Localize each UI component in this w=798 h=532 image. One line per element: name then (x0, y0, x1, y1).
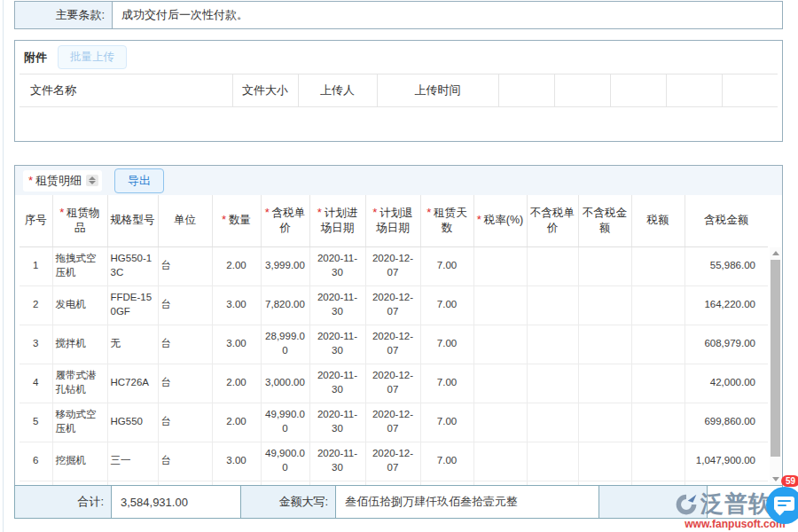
cell: 2.00 (212, 246, 261, 286)
cell: 2020-11-30 (309, 364, 365, 403)
cell: 2020-12-07 (365, 286, 420, 325)
table-row: 2发电机FFDE-150GF台3.007,820.002020-11-30202… (20, 286, 768, 325)
cell (578, 325, 631, 364)
cell: 台 (158, 286, 212, 325)
cell: 7.00 (420, 286, 473, 325)
column-header: 序号 (20, 195, 52, 246)
scrollbar-thumb[interactable] (771, 260, 780, 457)
cell (473, 364, 527, 403)
cell: 3.00 (212, 442, 261, 481)
required-asterisk: * (222, 213, 226, 226)
cell: 3,000.00 (261, 364, 309, 403)
column-header: 文件名称 (20, 74, 232, 107)
batch-upload-button[interactable]: 批量上传 (58, 45, 127, 69)
export-button[interactable]: 导出 (114, 168, 164, 193)
cell: 搅拌机 (52, 325, 107, 364)
attachments-toolbar: 附件 批量上传 (15, 41, 782, 74)
cell (473, 442, 527, 481)
cell: 3.00 (212, 286, 261, 325)
cell (527, 286, 578, 325)
cell: 7,820.00 (261, 286, 309, 325)
rental-header-row: 序号*租赁物品规格型号单位*数量*含税单价*计划进场日期*计划退场日期*租赁天数… (20, 195, 768, 246)
table-row: 4履带式潜孔钻机HC726A台2.003,000.002020-11-30202… (20, 364, 768, 403)
cell: 6 (20, 442, 52, 481)
cell: 7.00 (420, 246, 473, 286)
cell: 7.00 (420, 403, 473, 442)
cell (473, 286, 527, 325)
sort-updown-icon[interactable] (86, 175, 98, 186)
cell (631, 286, 685, 325)
cell: 台 (158, 403, 212, 442)
cell: 3.00 (212, 325, 261, 364)
cell (527, 246, 578, 286)
cell: 台 (158, 442, 212, 481)
chat-bubble-icon (774, 497, 794, 511)
attachments-header-row: 文件名称文件大小上传人上传时间 (20, 74, 778, 107)
column-header: *租赁物品 (52, 195, 107, 246)
cell: HC726A (107, 364, 158, 403)
cell (578, 442, 631, 481)
chat-notification-badge[interactable]: 59 (781, 475, 798, 487)
cell: 2020-12-07 (365, 325, 420, 364)
total-label: 合计: (15, 486, 112, 518)
table-row: 1拖拽式空压机HG550-13C台2.003,999.002020-11-302… (20, 246, 768, 286)
vertical-scrollbar[interactable] (770, 247, 781, 485)
attachments-table: 文件名称文件大小上传人上传时间 (20, 74, 778, 107)
cell: 3,999.00 (261, 246, 309, 286)
required-asterisk: * (28, 174, 33, 187)
left-edge-divider (3, 0, 4, 532)
cell: 2020-12-07 (365, 403, 420, 442)
main-terms-label: 主要条款: (15, 2, 113, 28)
scrollbar-down-icon[interactable] (770, 473, 781, 485)
cell (631, 442, 685, 481)
cell: 3 (20, 325, 52, 364)
brand-url: www.fanpusoft.com (685, 518, 786, 530)
required-asterisk: * (317, 206, 322, 219)
cell: 2.00 (212, 403, 261, 442)
cell (527, 403, 578, 442)
cell: 7.00 (420, 442, 473, 481)
cell: 移动式空压机 (52, 403, 107, 442)
column-header: 规格型号 (107, 195, 158, 246)
cell: 2020-11-30 (309, 403, 365, 442)
cell: 2020-11-30 (309, 442, 365, 481)
cell: 1,047,900.00 (685, 442, 768, 481)
column-header: *含税单价 (261, 195, 309, 246)
cell: 台 (158, 364, 212, 403)
total-value: 3,584,931.00 (112, 486, 241, 518)
cell: 拖拽式空压机 (52, 246, 107, 286)
cell: 55,986.00 (685, 246, 768, 286)
cell: 49,900.00 (261, 442, 309, 481)
cell: 608,979.00 (685, 325, 768, 364)
cell: 2020-11-30 (309, 325, 365, 364)
required-asterisk: * (265, 206, 270, 219)
column-header: 上传人 (298, 74, 377, 107)
cell: 履带式潜孔钻机 (52, 364, 107, 403)
rental-title: 租赁明细 (35, 173, 82, 189)
cell: 发电机 (52, 286, 107, 325)
rental-toolbar: * 租赁明细 导出 (15, 166, 782, 195)
main-terms-section: 主要条款: 成功交付后一次性付款。 (14, 1, 783, 29)
cell (631, 364, 685, 403)
cell: 台 (158, 325, 212, 364)
cell: 49,990.00 (261, 403, 309, 442)
column-header: *租赁天数 (420, 195, 473, 246)
scrollbar-up-icon[interactable] (770, 247, 781, 259)
column-header: 税额 (631, 195, 685, 246)
chat-widget-button[interactable] (766, 487, 798, 524)
cell (631, 246, 685, 286)
column-header (722, 74, 778, 107)
rental-title-select[interactable]: * 租赁明细 (23, 170, 102, 192)
cell (473, 403, 527, 442)
cell: 三一 (107, 442, 158, 481)
cell: 2020-11-30 (309, 286, 365, 325)
table-row: 6挖掘机三一台3.0049,900.002020-11-302020-12-07… (20, 442, 768, 481)
cell: 2.00 (212, 364, 261, 403)
column-header: *计划进场日期 (309, 195, 365, 246)
cell (578, 286, 631, 325)
cell: 2020-12-07 (365, 364, 420, 403)
cell (527, 325, 578, 364)
cell: HG550 (107, 403, 158, 442)
cell: 42,000.00 (685, 364, 768, 403)
cell: 164,220.00 (685, 286, 768, 325)
